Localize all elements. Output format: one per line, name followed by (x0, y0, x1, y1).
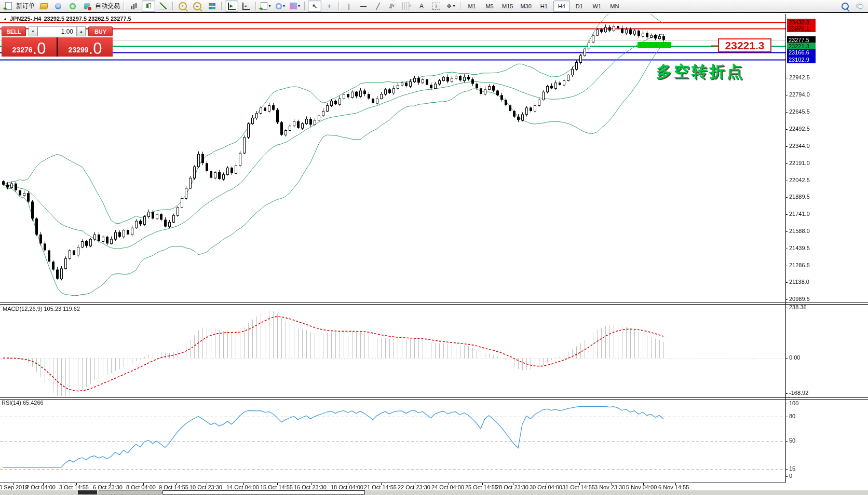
volume-decrease-button[interactable]: ▼ (29, 26, 37, 36)
shapes-icon: ❖ (446, 3, 452, 10)
timeframe-m15[interactable]: M15 (499, 1, 516, 12)
level-tag: 23376.1 (787, 25, 816, 32)
separator (255, 2, 256, 10)
price-callout-label[interactable]: 23221.3 (718, 38, 771, 52)
volume-increase-button[interactable]: ▲ (77, 26, 86, 36)
chat-icon (856, 4, 863, 9)
axis-tick-label: 22344.0 (789, 143, 810, 149)
cursor-tool[interactable]: ↖ (308, 1, 321, 12)
autotrade-button[interactable] (80, 1, 94, 12)
timeframe-h1[interactable]: H1 (536, 1, 552, 12)
timeframe-m1[interactable]: M1 (464, 1, 480, 12)
bar-chart-icon (131, 3, 138, 9)
period-dropdown[interactable]: ▾ (274, 1, 287, 12)
collapse-triangle-icon[interactable]: ▲ (3, 17, 7, 21)
shapes-dropdown[interactable]: ❖▾ (444, 1, 457, 12)
axis-tick-label: 50 (789, 437, 795, 444)
new-chart-dropdown[interactable]: +▾ (259, 1, 273, 12)
separator (124, 2, 125, 10)
chart-tab[interactable] (99, 490, 161, 494)
date-label: 6 Oct 23:30 (93, 484, 123, 490)
date-label: 3 Oct 14:55 (59, 484, 89, 490)
separator (221, 2, 222, 10)
one-click-trade-panel: SELL ▼ 1.00 ▲ BUY 23276 .0 23299 .0 (2, 26, 113, 57)
zoom-out-button[interactable]: − (191, 1, 204, 12)
chart-symbol: JPN225-,H4 (10, 16, 42, 22)
chart-title: ▲ JPN225-,H4 23292.5 23297.5 23262.5 232… (3, 16, 131, 22)
text-label-tool[interactable]: T (429, 1, 443, 12)
date-label: 9 Oct 14:55 (159, 484, 188, 490)
chart-shift-button[interactable]: ◂ (239, 1, 253, 12)
date-label: 30 Oct 04:00 (530, 484, 562, 490)
autotrade-label[interactable]: 自动交易 (95, 2, 120, 10)
axis-tick-label: 22191.0 (789, 160, 810, 166)
separator (172, 2, 173, 10)
date-label: 8 Oct 04:00 (126, 484, 156, 490)
axis-tick-label: 15 (789, 465, 795, 472)
timeframe-d1[interactable]: D1 (571, 1, 588, 12)
timeframe-m5[interactable]: M5 (481, 1, 498, 12)
search-button[interactable] (838, 1, 852, 12)
date-label: 28 Oct 23:30 (496, 484, 528, 490)
date-label: 6 Nov 14:55 (658, 484, 689, 490)
new-order-icon: + (5, 2, 12, 10)
trendline-tool[interactable]: ╱ (371, 1, 385, 12)
template-icon (290, 3, 297, 9)
accounts-button[interactable] (51, 1, 65, 12)
buy-button[interactable]: BUY (88, 26, 113, 36)
axis-tick-label: 20989.5 (789, 296, 810, 302)
chart-tab[interactable] (78, 490, 97, 494)
zoom-in-button[interactable]: + (176, 1, 189, 12)
line-chart-icon (159, 3, 167, 9)
turning-point-note[interactable]: 多空转折点 (656, 61, 744, 82)
timeframe-m30[interactable]: M30 (517, 1, 534, 12)
axis-tick-label: 21588.0 (789, 228, 810, 234)
timeframe-mn[interactable]: MN (606, 1, 623, 12)
sell-button[interactable]: SELL (2, 26, 26, 36)
sell-price-display[interactable]: 23276 .0 (2, 37, 57, 57)
volume-input[interactable]: 1.00 (37, 26, 77, 36)
separator (460, 2, 461, 10)
candlestick-chart-button[interactable] (142, 1, 155, 12)
tile-windows-button[interactable] (205, 1, 219, 12)
signals-button[interactable] (66, 1, 79, 12)
mt4-terminal: { "toolbar": { "new_order_label": "新订单",… (0, 0, 868, 495)
chat-button[interactable] (853, 1, 866, 12)
fibo-tool[interactable]: ⫻E (386, 1, 399, 12)
axis-tick-label: 22794.0 (789, 91, 810, 98)
axis-tick-label: 238.36 (789, 304, 807, 310)
vline-icon: | (348, 3, 349, 10)
date-label: 21 Oct 14:55 (364, 484, 397, 490)
chart-tab-strip (0, 490, 868, 495)
axis-tick-label: 22645.5 (789, 108, 810, 115)
text-tool[interactable]: A (415, 1, 428, 12)
timeframe-w1[interactable]: W1 (589, 1, 605, 12)
grid-icon (402, 3, 410, 9)
template-dropdown[interactable]: ▾ (288, 1, 302, 12)
timeframe-group: M1M5M15M30H1H4D1W1MN (463, 1, 623, 12)
line-chart-button[interactable] (156, 1, 170, 12)
axis-tick-label: 21138.0 (789, 279, 809, 285)
grid-tool[interactable]: F (400, 1, 414, 12)
crosshair-icon: + (328, 3, 331, 10)
hline-tool[interactable]: — (357, 1, 370, 12)
bar-chart-button[interactable] (127, 1, 141, 12)
axis-tick-label: 0.00 (789, 354, 800, 361)
separator (338, 2, 340, 10)
timeframe-h4[interactable]: H4 (553, 1, 570, 12)
vline-tool[interactable]: | (342, 1, 356, 12)
main-toolbar: + 新订单 自动交易 + − ▶ ◂ +▾ ▾ ▾ ↖ + | — ╱ ⫻E F… (0, 0, 868, 13)
candlestick-icon (145, 3, 152, 9)
date-label: 2 Oct 04:00 (26, 484, 56, 490)
market-watch-button[interactable] (37, 1, 50, 12)
zoom-in-icon: + (179, 2, 187, 10)
chart-tab[interactable] (162, 490, 365, 494)
auto-scroll-icon: ▶ (228, 3, 236, 10)
new-order-button[interactable]: + (2, 1, 15, 12)
date-label: 14 Oct 04:00 (226, 484, 259, 490)
buy-price-display[interactable]: 23299 .0 (58, 37, 113, 57)
new-order-label[interactable]: 新订单 (16, 2, 35, 10)
crosshair-tool[interactable]: + (322, 1, 336, 12)
auto-scroll-button[interactable]: ▶ (225, 1, 238, 12)
date-label: 25 Oct 14:55 (465, 484, 498, 490)
